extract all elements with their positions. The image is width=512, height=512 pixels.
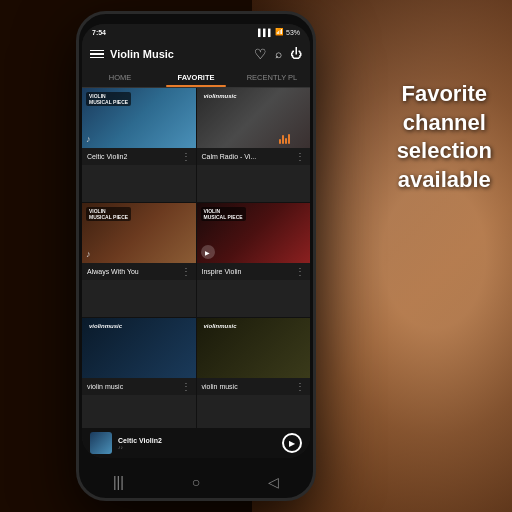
card-name-violin-music-1: violin music — [87, 383, 123, 390]
wifi-icon: 📶 — [275, 28, 284, 36]
card-equalizer — [279, 134, 290, 144]
card-brand-label-4: VIOLINMUSICAL PIECE — [201, 207, 246, 221]
hamburger-line2 — [90, 53, 104, 55]
card-more-always-with-you[interactable]: ⋮ — [181, 266, 191, 277]
power-icon[interactable]: ⏻ — [290, 47, 302, 61]
signal-icon: ▌▌▌ — [258, 29, 273, 36]
card-thumb-always-with-you: VIOLINMUSICAL PIECE ♪ — [82, 203, 196, 263]
music-card-inspire-violin[interactable]: VIOLINMUSICAL PIECE ▶ Inspire Violin ⋮ — [197, 203, 311, 317]
eq-bar-2 — [282, 135, 284, 144]
card-brand-label-2: violinmusic — [201, 92, 240, 100]
tab-home[interactable]: HOME — [82, 68, 158, 87]
eq-bar-3 — [285, 138, 287, 144]
playing-icon-3: ♪ — [86, 249, 91, 259]
navigation-bar: ||| ○ ◁ — [79, 471, 313, 493]
card-brand-label-6: violinmusic — [201, 322, 240, 330]
card-thumb-calm-radio: violinmusic — [197, 88, 311, 148]
status-time: 7:54 — [92, 29, 106, 36]
now-playing-thumbnail — [90, 432, 112, 454]
nav-menu-button[interactable]: ||| — [113, 474, 124, 490]
playing-icon-1: ♪ — [86, 134, 91, 144]
card-brand-label-5: violinmusic — [86, 322, 125, 330]
now-playing-info: Celtic Violin2 ♪♪ — [118, 437, 276, 450]
card-more-violin-music-2[interactable]: ⋮ — [295, 381, 305, 392]
music-grid: VIOLINMUSICAL PIECE ♪ Celtic Violin2 ⋮ v… — [82, 88, 310, 432]
phone-frame: 7:54 ▌▌▌ 📶 53% Violin Music ♡ ⌕ ⏻ — [76, 11, 316, 501]
overlay-line3: selection — [397, 138, 492, 163]
tab-bar: HOME FAVORITE RECENTLY PL — [82, 68, 310, 88]
card-more-violin-music-1[interactable]: ⋮ — [181, 381, 191, 392]
card-name-inspire-violin: Inspire Violin — [202, 268, 242, 275]
music-card-violin-music-1[interactable]: violinmusic violin music ⋮ — [82, 318, 196, 432]
now-playing-play-button[interactable]: ▶ — [282, 433, 302, 453]
header-icons: ♡ ⌕ ⏻ — [254, 46, 302, 62]
battery-icon: 53% — [286, 29, 300, 36]
status-icons: ▌▌▌ 📶 53% — [258, 28, 300, 36]
status-bar: 7:54 ▌▌▌ 📶 53% — [82, 24, 310, 40]
tab-recently-played[interactable]: RECENTLY PL — [234, 68, 310, 87]
hamburger-button[interactable] — [90, 50, 104, 59]
music-card-violin-music-2[interactable]: violinmusic violin music ⋮ — [197, 318, 311, 432]
now-playing-title: Celtic Violin2 — [118, 437, 276, 444]
card-name-celtic-violin2: Celtic Violin2 — [87, 153, 127, 160]
card-brand-label-1: VIOLINMUSICAL PIECE — [86, 92, 131, 106]
search-icon[interactable]: ⌕ — [275, 47, 282, 61]
overlay-line2: channel — [403, 110, 486, 135]
card-more-calm-radio[interactable]: ⋮ — [295, 151, 305, 162]
nav-home-button[interactable]: ○ — [192, 474, 200, 490]
card-info-celtic-violin2: Celtic Violin2 ⋮ — [82, 148, 196, 165]
card-more-celtic-violin2[interactable]: ⋮ — [181, 151, 191, 162]
overlay-line1: Favorite — [402, 81, 488, 106]
tab-favorite[interactable]: FAVORITE — [158, 68, 234, 87]
card-thumb-violin-music-1: violinmusic — [82, 318, 196, 378]
music-card-celtic-violin2[interactable]: VIOLINMUSICAL PIECE ♪ Celtic Violin2 ⋮ — [82, 88, 196, 202]
app-title: Violin Music — [110, 48, 248, 60]
card-info-inspire-violin: Inspire Violin ⋮ — [197, 263, 311, 280]
nav-back-button[interactable]: ◁ — [268, 474, 279, 490]
card-info-calm-radio: Calm Radio - Vi... ⋮ — [197, 148, 311, 165]
phone-screen: 7:54 ▌▌▌ 📶 53% Violin Music ♡ ⌕ ⏻ — [82, 24, 310, 458]
card-info-violin-music-2: violin music ⋮ — [197, 378, 311, 395]
card-name-violin-music-2: violin music — [202, 383, 238, 390]
music-card-calm-radio[interactable]: violinmusic Calm Radio - Vi... ⋮ — [197, 88, 311, 202]
card-play-btn-inspire[interactable]: ▶ — [201, 245, 215, 259]
eq-bar-4 — [288, 134, 290, 144]
card-more-inspire-violin[interactable]: ⋮ — [295, 266, 305, 277]
now-playing-subtitle: ♪♪ — [118, 444, 276, 450]
app-header: Violin Music ♡ ⌕ ⏻ — [82, 40, 310, 68]
hamburger-line3 — [90, 57, 104, 59]
favorite-channel-overlay: Favorite channel selection available — [397, 80, 492, 194]
card-name-always-with-you: Always With You — [87, 268, 139, 275]
heart-icon[interactable]: ♡ — [254, 46, 267, 62]
card-thumb-celtic-violin2: VIOLINMUSICAL PIECE ♪ — [82, 88, 196, 148]
card-name-calm-radio: Calm Radio - Vi... — [202, 153, 257, 160]
card-info-violin-music-1: violin music ⋮ — [82, 378, 196, 395]
hamburger-line1 — [90, 50, 104, 52]
card-thumb-inspire-violin: VIOLINMUSICAL PIECE ▶ — [197, 203, 311, 263]
card-info-always-with-you: Always With You ⋮ — [82, 263, 196, 280]
overlay-line4: available — [398, 167, 491, 192]
eq-bar-1 — [279, 139, 281, 144]
now-playing-bar[interactable]: Celtic Violin2 ♪♪ ▶ — [82, 428, 310, 458]
card-thumb-violin-music-2: violinmusic — [197, 318, 311, 378]
card-brand-label-3: VIOLINMUSICAL PIECE — [86, 207, 131, 221]
music-card-always-with-you[interactable]: VIOLINMUSICAL PIECE ♪ Always With You ⋮ — [82, 203, 196, 317]
